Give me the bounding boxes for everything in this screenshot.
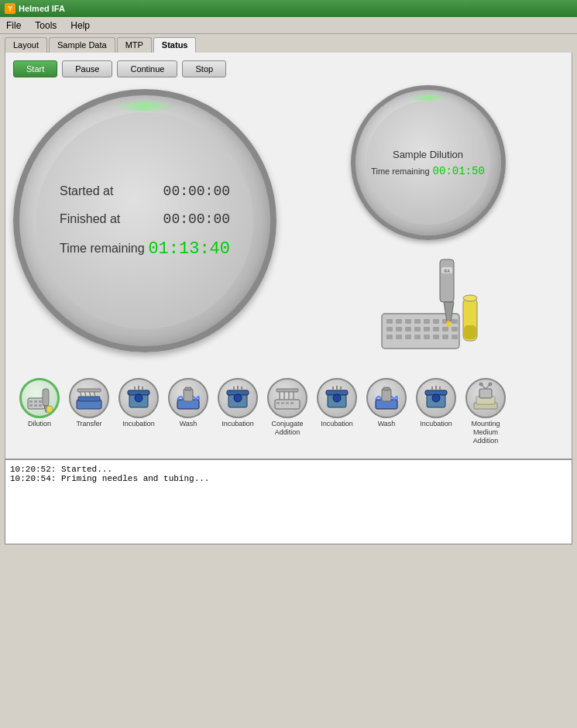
svg-rect-42 bbox=[46, 406, 53, 413]
svg-rect-34 bbox=[29, 400, 33, 403]
step-incubation-2-circle bbox=[218, 378, 258, 418]
step-wash-2[interactable]: Wash bbox=[363, 378, 410, 428]
svg-rect-13 bbox=[424, 327, 430, 331]
step-conjugate-label: Conjugate Addition bbox=[264, 420, 311, 437]
step-incubation-3[interactable]: Incubation bbox=[314, 378, 360, 428]
svg-point-95 bbox=[479, 383, 483, 386]
step-conjugate[interactable]: Conjugate Addition bbox=[264, 378, 311, 437]
svg-rect-22 bbox=[433, 335, 439, 339]
finished-value: 00:00:00 bbox=[163, 211, 230, 227]
step-incubation-1[interactable]: Incubation bbox=[115, 378, 162, 428]
step-incubation-4-label: Incubation bbox=[420, 420, 452, 428]
started-label: Started at bbox=[60, 184, 113, 198]
svg-rect-23 bbox=[442, 335, 448, 339]
stop-button[interactable]: Stop bbox=[182, 60, 226, 77]
svg-rect-25 bbox=[440, 259, 454, 302]
step-conjugate-circle bbox=[267, 378, 307, 418]
svg-rect-24 bbox=[452, 335, 458, 339]
svg-rect-11 bbox=[405, 327, 411, 331]
log-area: 10:20:52: Started... 10:20:54: Priming n… bbox=[5, 459, 572, 544]
svg-point-31 bbox=[463, 295, 477, 301]
svg-rect-5 bbox=[424, 319, 430, 324]
step-incubation-4[interactable]: Incubation bbox=[413, 378, 459, 428]
svg-rect-21 bbox=[424, 335, 430, 339]
svg-rect-49 bbox=[77, 389, 101, 392]
remaining-label: Time remaining bbox=[60, 242, 145, 256]
svg-point-61 bbox=[234, 394, 242, 402]
display-area: Started at 00:00:00 Finished at 00:00:00… bbox=[13, 85, 564, 356]
pause-button[interactable]: Pause bbox=[62, 60, 112, 77]
svg-point-52 bbox=[135, 394, 143, 402]
right-panel: Sample Dilution Time remaining 00:01:50 bbox=[292, 85, 564, 356]
svg-rect-19 bbox=[405, 335, 411, 339]
svg-rect-36 bbox=[39, 400, 42, 403]
tab-status[interactable]: Status bbox=[153, 37, 197, 53]
svg-rect-17 bbox=[386, 335, 393, 339]
svg-text:IFA: IFA bbox=[444, 269, 450, 273]
title-bar: Y Helmed IFA bbox=[0, 0, 577, 17]
log-line-2: 10:20:54: Priming needles and tubing... bbox=[10, 474, 567, 483]
step-dilution[interactable]: Dilution bbox=[16, 378, 63, 428]
svg-rect-68 bbox=[286, 402, 289, 404]
step-mounting-label: Mounting Medium Addition bbox=[462, 420, 509, 445]
svg-rect-4 bbox=[414, 319, 421, 324]
main-timer-circle: Started at 00:00:00 Finished at 00:00:00… bbox=[13, 89, 276, 352]
log-line-1: 10:20:52: Started... bbox=[10, 465, 567, 474]
step-transfer-circle bbox=[69, 378, 109, 418]
step-dilution-circle bbox=[19, 378, 60, 418]
step-incubation-1-circle bbox=[118, 378, 159, 418]
menu-bar: File Tools Help bbox=[0, 17, 577, 34]
finished-row: Finished at 00:00:00 bbox=[60, 211, 230, 227]
svg-rect-6 bbox=[433, 319, 439, 324]
menu-tools[interactable]: Tools bbox=[32, 19, 60, 32]
step-transfer-label: Transfer bbox=[76, 420, 101, 428]
sample-dilution-time-label: Time remaining bbox=[371, 167, 429, 176]
svg-rect-20 bbox=[414, 335, 421, 339]
step-mounting[interactable]: Mounting Medium Addition bbox=[462, 378, 509, 445]
toolbar: Start Pause Continue Stop bbox=[13, 60, 564, 77]
svg-rect-12 bbox=[414, 327, 421, 331]
svg-rect-3 bbox=[405, 319, 411, 324]
svg-rect-16 bbox=[452, 327, 458, 331]
svg-rect-74 bbox=[276, 389, 298, 392]
svg-rect-14 bbox=[433, 327, 439, 331]
svg-point-86 bbox=[432, 394, 440, 402]
svg-rect-58 bbox=[185, 387, 191, 390]
svg-rect-66 bbox=[276, 402, 280, 404]
svg-rect-67 bbox=[281, 402, 284, 404]
svg-rect-92 bbox=[479, 389, 492, 398]
start-button[interactable]: Start bbox=[13, 60, 57, 77]
svg-rect-1 bbox=[386, 319, 393, 324]
svg-rect-44 bbox=[78, 397, 100, 401]
step-transfer[interactable]: Transfer bbox=[66, 378, 112, 428]
svg-rect-69 bbox=[290, 402, 294, 404]
finished-label: Finished at bbox=[60, 212, 120, 226]
sample-dilution-circle: Sample Dilution Time remaining 00:01:50 bbox=[351, 85, 506, 240]
remaining-row: Time remaining 01:13:40 bbox=[60, 239, 230, 259]
menu-file[interactable]: File bbox=[3, 19, 24, 32]
svg-rect-35 bbox=[34, 400, 37, 403]
step-wash-1[interactable]: Wash bbox=[165, 378, 211, 428]
app-icon: Y bbox=[5, 3, 15, 14]
svg-point-96 bbox=[489, 383, 492, 386]
continue-button[interactable]: Continue bbox=[117, 60, 177, 77]
started-row: Started at 00:00:00 bbox=[60, 184, 230, 199]
step-incubation-3-circle bbox=[317, 378, 357, 418]
step-incubation-2-label: Incubation bbox=[222, 420, 254, 428]
sample-dilution-title: Sample Dilution bbox=[393, 149, 463, 160]
svg-point-77 bbox=[333, 394, 341, 402]
tab-mtp[interactable]: MTP bbox=[117, 37, 152, 53]
svg-rect-32 bbox=[464, 325, 476, 339]
step-mounting-circle bbox=[465, 378, 506, 418]
menu-help[interactable]: Help bbox=[67, 19, 93, 32]
tab-sample-data[interactable]: Sample Data bbox=[49, 37, 115, 53]
pipette-illustration: IFA bbox=[366, 256, 490, 356]
step-incubation-3-label: Incubation bbox=[321, 420, 353, 428]
status-tab-content: Start Pause Continue Stop Started at 00:… bbox=[5, 53, 572, 459]
svg-point-29 bbox=[446, 321, 451, 327]
sample-dilution-time-value: 00:01:50 bbox=[433, 165, 485, 177]
tab-bar: Layout Sample Data MTP Status bbox=[0, 34, 577, 53]
step-incubation-2[interactable]: Incubation bbox=[215, 378, 261, 428]
step-wash-2-label: Wash bbox=[378, 420, 396, 428]
tab-layout[interactable]: Layout bbox=[5, 37, 47, 53]
